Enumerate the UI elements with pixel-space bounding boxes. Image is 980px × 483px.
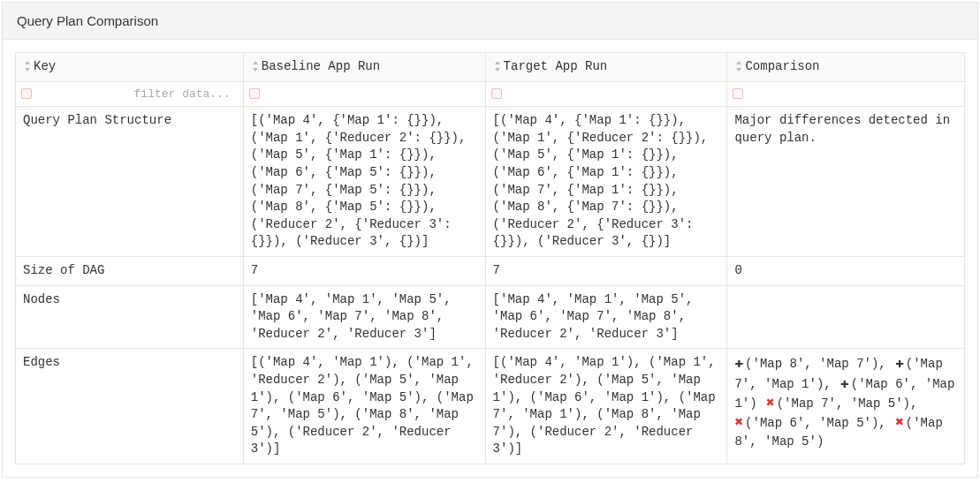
panel-title: Query Plan Comparison (3, 3, 977, 40)
cell-target: 7 (485, 256, 727, 285)
cell-key: Edges (16, 349, 244, 464)
table-row: Query Plan Structure [('Map 4', {'Map 1'… (16, 107, 965, 257)
cell-baseline: [('Map 4', 'Map 1'), ('Map 1', 'Reducer … (243, 349, 485, 464)
col-label: Comparison (745, 59, 819, 73)
filter-cell-baseline (243, 81, 485, 107)
plus-icon: ✚ (840, 376, 849, 392)
col-label: Key (34, 59, 56, 73)
plus-icon: ✚ (895, 356, 904, 372)
col-label: Baseline App Run (262, 59, 380, 73)
sort-icon[interactable] (23, 61, 32, 72)
cell-target: [('Map 4', 'Map 1'), ('Map 1', 'Reducer … (485, 349, 727, 464)
cell-baseline: 7 (243, 256, 485, 285)
table-row: Size of DAG 7 7 0 (16, 256, 965, 285)
col-header-comparison[interactable]: Comparison (727, 53, 965, 82)
diff-add: ('Map 8', 'Map 7'), (745, 357, 893, 371)
cell-target: ['Map 4', 'Map 1', 'Map 5', 'Map 6', 'Ma… (485, 285, 727, 349)
cell-baseline: [('Map 4', {'Map 1': {}}), ('Map 1', {'R… (243, 107, 485, 257)
plus-icon: ✚ (734, 356, 743, 372)
filter-toggle-icon[interactable] (733, 88, 743, 99)
filter-toggle-icon[interactable] (249, 88, 260, 99)
filter-row (16, 81, 965, 107)
diff-remove: ('Map 7', 'Map 5'), (777, 396, 918, 411)
cell-comparison (727, 285, 965, 349)
panel-body: Key Baseline App Run Target App Run Comp… (3, 40, 977, 477)
sort-icon[interactable] (251, 61, 260, 72)
filter-input-key[interactable] (32, 87, 231, 101)
table-row: Nodes ['Map 4', 'Map 1', 'Map 5', 'Map 6… (16, 285, 965, 349)
cell-comparison-diff: ✚('Map 8', 'Map 7'), ✚('Map 7', 'Map 1')… (727, 349, 965, 464)
cross-icon: ✖ (766, 396, 775, 411)
cross-icon: ✖ (895, 415, 904, 431)
sort-icon[interactable] (734, 61, 743, 72)
col-header-baseline[interactable]: Baseline App Run (243, 53, 485, 82)
query-plan-panel: Query Plan Comparison Key Baseline App R… (2, 2, 978, 478)
comparison-table: Key Baseline App Run Target App Run Comp… (15, 52, 965, 464)
filter-cell-comparison (727, 81, 965, 107)
cross-icon: ✖ (734, 415, 743, 431)
cell-target: [('Map 4', {'Map 1': {}}), ('Map 1', {'R… (485, 107, 727, 257)
table-row: Edges [('Map 4', 'Map 1'), ('Map 1', 'Re… (16, 349, 965, 464)
filter-toggle-icon[interactable] (21, 88, 32, 99)
cell-key: Size of DAG (16, 256, 244, 285)
cell-comparison: Major differences detected in query plan… (727, 107, 965, 257)
cell-baseline: ['Map 4', 'Map 1', 'Map 5', 'Map 6', 'Ma… (243, 285, 485, 349)
col-label: Target App Run (504, 59, 608, 73)
filter-cell-target (485, 81, 727, 107)
header-row: Key Baseline App Run Target App Run Comp… (16, 53, 965, 82)
col-header-key[interactable]: Key (16, 53, 244, 82)
col-header-target[interactable]: Target App Run (485, 53, 727, 82)
filter-cell-key (16, 81, 244, 107)
cell-key: Query Plan Structure (16, 107, 244, 257)
cell-key: Nodes (16, 285, 244, 349)
diff-remove: ('Map 6', 'Map 5'), (745, 416, 893, 430)
filter-toggle-icon[interactable] (491, 88, 502, 99)
sort-icon[interactable] (493, 61, 502, 72)
cell-comparison: 0 (727, 256, 965, 285)
